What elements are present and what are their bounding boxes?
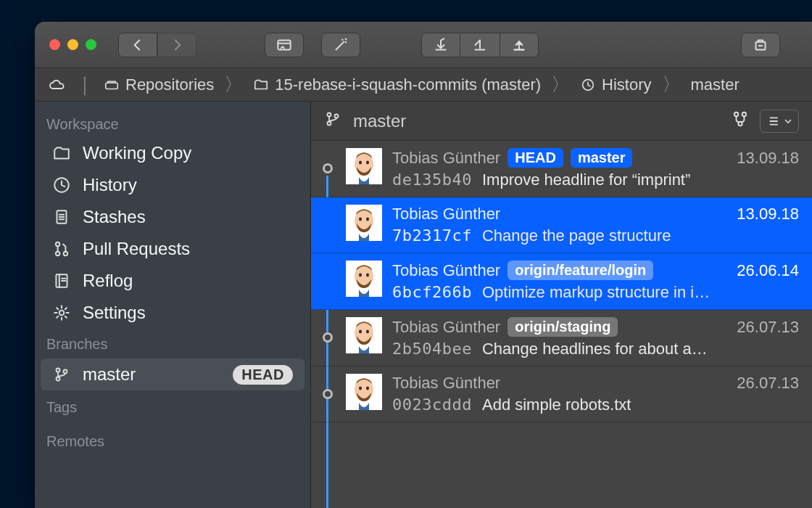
commit-row[interactable]: Tobias Güntherorigin/feature/login26.06.…	[311, 253, 812, 310]
commit-message: Add simple robots.txt	[482, 396, 631, 414]
nav-back-button[interactable]	[118, 33, 157, 57]
ref-badge: origin/feature/login	[508, 261, 653, 280]
ref-badge: origin/staging	[508, 317, 618, 337]
gear-icon	[51, 302, 72, 324]
sidebar-item-pull-requests[interactable]: Pull Requests	[35, 233, 310, 265]
current-branch-label: master	[353, 111, 406, 131]
cloud-icon[interactable]	[48, 76, 65, 94]
sidebar-item-settings[interactable]: Settings	[35, 297, 310, 329]
book-icon	[51, 270, 72, 292]
breadcrumb-repositories[interactable]: Repositories	[104, 75, 214, 94]
view-mode-button[interactable]	[760, 110, 799, 133]
commit-date: 26.07.13	[737, 374, 799, 393]
commit-author: Tobias Günther	[392, 149, 500, 168]
head-badge: HEAD	[233, 365, 293, 385]
commit-row[interactable]: Tobias Günther13.09.18 7b2317cfChange th…	[311, 197, 812, 253]
commit-hash: 6bcf266b	[392, 283, 472, 302]
branch-icon	[324, 110, 341, 132]
avatar	[346, 205, 382, 241]
ref-badge: HEAD	[508, 148, 563, 168]
breadcrumb-history[interactable]: History	[580, 75, 651, 94]
svg-point-14	[59, 311, 65, 316]
commit-message: Improve headline for “imprint”	[482, 171, 690, 189]
sidebar: Workspace Working Copy History Stashes P…	[35, 102, 310, 508]
commit-date: 13.09.18	[737, 149, 799, 168]
push-button[interactable]	[500, 33, 539, 57]
branch-icon	[51, 364, 72, 385]
sidebar-header-tags: Tags	[35, 392, 310, 420]
commit-row[interactable]: Tobias Güntherorigin/staging26.07.13 2b5…	[311, 310, 812, 366]
branch-label: master	[83, 364, 136, 385]
sidebar-header-workspace: Workspace	[35, 109, 310, 137]
sidebar-branch-master[interactable]: master HEAD	[41, 359, 304, 390]
sidebar-item-reflog[interactable]: Reflog	[35, 265, 310, 297]
titlebar	[35, 22, 812, 68]
commit-hash: 7b2317cf	[392, 226, 472, 245]
avatar	[346, 261, 382, 297]
undo-button[interactable]	[460, 33, 500, 57]
magic-button[interactable]	[321, 33, 360, 57]
sidebar-header-remotes: Remotes	[35, 420, 310, 454]
main-panel: master Tobias GüntherHEADmaster13.09.18 …	[310, 102, 812, 508]
close-window-button[interactable]	[49, 39, 60, 50]
ref-badge: master	[571, 148, 633, 168]
zoom-window-button[interactable]	[86, 39, 96, 50]
commit-message: Change headlines for about a…	[482, 340, 708, 359]
commit-row[interactable]: Tobias GüntherHEADmaster13.09.18 de135b4…	[311, 141, 812, 197]
pull-button[interactable]	[421, 33, 460, 57]
commit-hash: 2b504bee	[392, 340, 472, 359]
commit-date: 13.09.18	[737, 205, 799, 224]
breadcrumb-branch[interactable]: master	[691, 75, 740, 94]
commit-row[interactable]: Tobias Günther26.07.13 0023cdddAdd simpl…	[311, 366, 812, 422]
avatar	[346, 374, 382, 410]
commit-date: 26.07.13	[737, 318, 799, 337]
commit-message: Optimize markup structure in i…	[482, 283, 710, 302]
commit-list-header: master	[311, 102, 812, 141]
commit-hash: de135b40	[392, 171, 472, 189]
window-controls	[49, 39, 96, 50]
sidebar-item-working-copy[interactable]: Working Copy	[35, 137, 310, 169]
svg-rect-6	[106, 83, 118, 89]
sidebar-item-stashes[interactable]: Stashes	[35, 201, 310, 233]
commit-author: Tobias Günther	[392, 374, 500, 393]
clipboard-icon	[51, 206, 72, 228]
finder-button[interactable]	[265, 33, 304, 57]
compare-icon[interactable]	[731, 110, 750, 133]
commit-author: Tobias Günther	[392, 261, 500, 280]
clock-icon	[51, 174, 72, 196]
app-window: ｜ Repositories 〉 15-rebase-i-squash-comm…	[35, 22, 812, 508]
breadcrumb: ｜ Repositories 〉 15-rebase-i-squash-comm…	[35, 68, 812, 102]
avatar	[346, 317, 382, 353]
commit-author: Tobias Günther	[392, 318, 500, 337]
commit-date: 26.06.14	[737, 261, 799, 280]
sidebar-header-branches: Branches	[35, 329, 310, 357]
folder-icon	[51, 142, 72, 164]
nav-forward-button[interactable]	[157, 33, 196, 57]
commit-message: Change the page structure	[482, 226, 671, 245]
sidebar-item-history[interactable]: History	[35, 169, 310, 201]
avatar	[346, 148, 382, 184]
commit-list: Tobias GüntherHEADmaster13.09.18 de135b4…	[311, 141, 812, 508]
minimize-window-button[interactable]	[67, 39, 78, 50]
commit-author: Tobias Günther	[392, 205, 500, 224]
stash-button[interactable]	[741, 33, 780, 57]
breadcrumb-project[interactable]: 15-rebase-i-squash-commits (master)	[253, 75, 541, 94]
pull-request-icon	[51, 238, 72, 260]
commit-hash: 0023cddd	[392, 396, 472, 414]
